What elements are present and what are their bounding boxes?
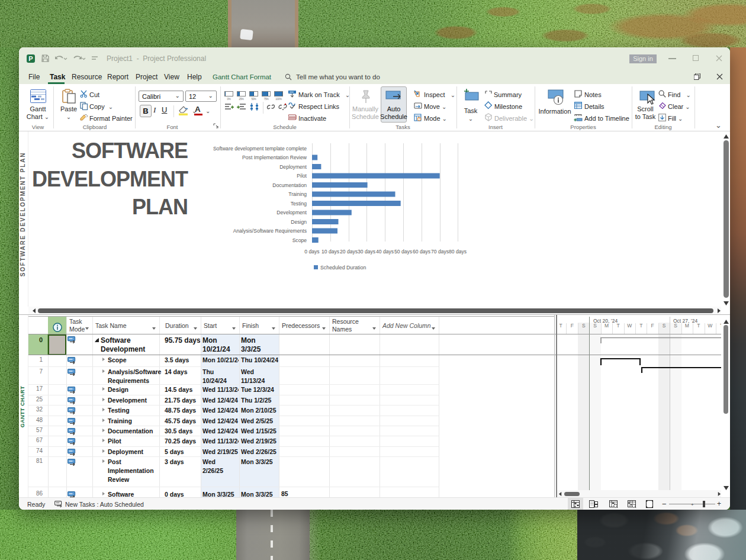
svg-text:60 days: 60 days — [413, 249, 430, 255]
svg-text:70 days: 70 days — [431, 249, 449, 255]
svg-text:Training: Training — [288, 191, 307, 197]
svg-text:Design: Design — [291, 219, 307, 225]
svg-text:20 days: 20 days — [340, 249, 358, 255]
svg-text:80 days: 80 days — [449, 249, 467, 255]
svg-text:Post Implementation Review: Post Implementation Review — [242, 155, 307, 160]
svg-text:10 days: 10 days — [321, 249, 339, 255]
svg-text:Documentation: Documentation — [272, 182, 307, 188]
svg-text:40 days: 40 days — [376, 249, 394, 255]
svg-text:30 days: 30 days — [358, 249, 375, 255]
svg-text:Scheduled Duration: Scheduled Duration — [320, 265, 366, 271]
svg-text:50 days: 50 days — [394, 249, 412, 255]
svg-text:Testing: Testing — [291, 201, 307, 207]
svg-text:Software development template: Software development template complete — [213, 146, 307, 152]
svg-text:0 days: 0 days — [304, 249, 319, 255]
svg-text:Development: Development — [276, 210, 307, 215]
svg-text:Deployment: Deployment — [279, 164, 307, 170]
svg-text:Analysis/Software Requirements: Analysis/Software Requirements — [233, 228, 307, 234]
svg-text:P: P — [28, 55, 33, 62]
svg-text:Scope: Scope — [292, 237, 307, 243]
svg-text:Pilot: Pilot — [297, 173, 307, 179]
